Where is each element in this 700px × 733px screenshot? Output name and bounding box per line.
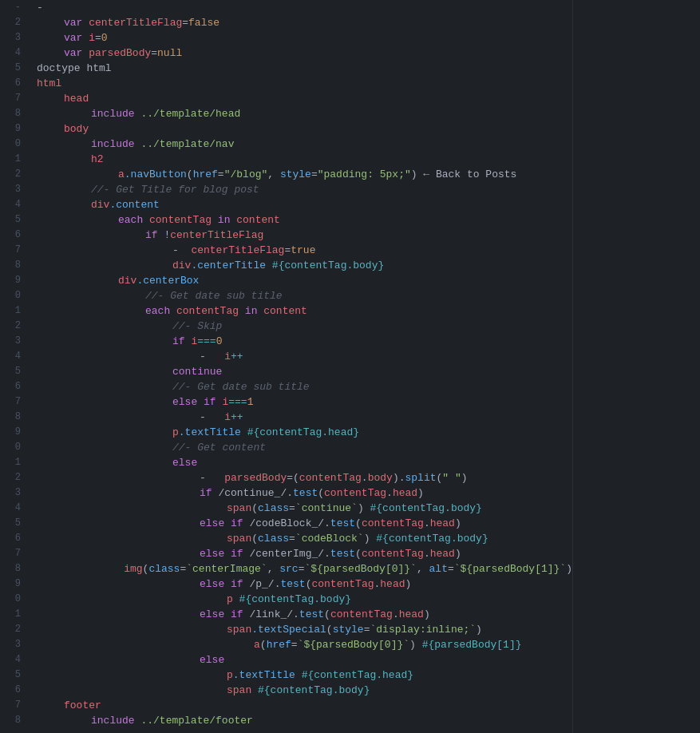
ln-7: 7: [8, 91, 21, 106]
ln-41: 1: [8, 607, 21, 622]
code-line-11: h2: [37, 152, 572, 167]
ln-14: 4: [8, 197, 21, 212]
ln-46: 6: [8, 683, 21, 698]
code-line-3: var i=0: [37, 30, 572, 46]
ln-21: 1: [8, 303, 21, 319]
code-line-21: each contentTag in content: [37, 303, 572, 319]
ln-26: 6: [8, 379, 21, 394]
ln-30: 0: [8, 440, 21, 455]
code-line-29: p.textTitle #{contentTag.head}: [37, 425, 572, 440]
code-line-12: a.navButton(href="/blog", style="padding…: [37, 167, 572, 182]
ln-27: 7: [8, 394, 21, 410]
code-line-35: else if /codeBlock_/.test(contentTag.hea…: [37, 516, 572, 531]
code-line-1: -: [37, 0, 572, 15]
code-line-27: else if i===1: [37, 394, 572, 410]
code-line-33: if /continue_/.test(contentTag.head): [37, 485, 572, 501]
ln-32: 2: [8, 470, 21, 485]
ln-48: 8: [8, 713, 21, 728]
code-line-44: else: [37, 652, 572, 668]
code-line-30: //- Get content: [37, 440, 572, 455]
ln-39: 9: [8, 576, 21, 592]
ln-17: 7: [8, 243, 21, 258]
code-line-28: - i++: [37, 410, 572, 425]
ln-37: 7: [8, 546, 21, 561]
code-line-40: p #{contentTag.body}: [37, 592, 572, 607]
ln-20: 0: [8, 288, 21, 303]
line-numbers: - 2 3 4 5 6 7 8 9 0 1 2 3 4 5 6 7 8 9 0 …: [0, 0, 29, 733]
ln-11: 1: [8, 152, 21, 167]
code-line-10: include ../template/nav: [37, 137, 572, 152]
code-line-8: include ../template/head: [37, 106, 572, 121]
ln-43: 3: [8, 637, 21, 652]
ln-45: 5: [8, 668, 21, 683]
code-line-48: include ../template/footer: [37, 713, 572, 728]
code-line-43: a(href=`${parsedBody[0]}`) #{parsedBody[…: [37, 637, 572, 652]
ln-10: 0: [8, 137, 21, 152]
ln-18: 8: [8, 258, 21, 273]
ln-33: 3: [8, 485, 21, 501]
ln-12: 2: [8, 167, 21, 182]
code-line-20: //- Get date sub title: [37, 288, 572, 303]
code-line-14: div.content: [37, 197, 572, 212]
code-line-15: each contentTag in content: [37, 212, 572, 228]
code-editor: - 2 3 4 5 6 7 8 9 0 1 2 3 4 5 6 7 8 9 0 …: [0, 0, 700, 733]
ln-9: 9: [8, 121, 21, 137]
code-line-26: //- Get date sub title: [37, 379, 572, 394]
code-line-38: img(class=`centerImage`, src=`${parsedBo…: [37, 561, 572, 576]
code-line-19: div.centerBox: [37, 273, 572, 288]
ln-minus: -: [8, 0, 21, 15]
code-line-24: - i++: [37, 349, 572, 364]
ln-28: 8: [8, 410, 21, 425]
code-line-5: doctype html: [37, 61, 572, 76]
ln-8: 8: [8, 106, 21, 121]
ln-47: 7: [8, 698, 21, 713]
code-line-7: head: [37, 91, 572, 106]
ln-22: 2: [8, 319, 21, 334]
ln-42: 2: [8, 622, 21, 637]
code-line-23: if i===0: [37, 334, 572, 349]
ln-16: 6: [8, 228, 21, 243]
code-line-16: if !centerTitleFlag: [37, 228, 572, 243]
code-line-42: span.textSpecial(style=`display:inline;`…: [37, 622, 572, 637]
ln-6: 6: [8, 76, 21, 91]
code-line-18: div.centerTitle #{contentTag.body}: [37, 258, 572, 273]
ln-35: 5: [8, 516, 21, 531]
code-line-25: continue: [37, 364, 572, 379]
ln-38: 8: [8, 561, 21, 576]
code-line-32: - parsedBody=(contentTag.body).split(" "…: [37, 470, 572, 485]
ln-29: 9: [8, 425, 21, 440]
ln-25: 5: [8, 364, 21, 379]
ln-3: 3: [8, 30, 21, 46]
ln-31: 1: [8, 455, 21, 470]
code-line-13: //- Get Title for blog post: [37, 182, 572, 197]
ln-15: 5: [8, 212, 21, 228]
code-line-37: else if /centerImg_/.test(contentTag.hea…: [37, 546, 572, 561]
code-line-6: html: [37, 76, 572, 91]
ln-2: 2: [8, 15, 21, 30]
ln-44: 4: [8, 652, 21, 668]
ln-40: 0: [8, 592, 21, 607]
code-line-45: p.textTitle #{contentTag.head}: [37, 668, 572, 683]
ln-36: 6: [8, 531, 21, 546]
code-line-22: //- Skip: [37, 319, 572, 334]
code-line-39: else if /p_/.test(contentTag.head): [37, 576, 572, 592]
right-panel: [572, 0, 700, 733]
ln-24: 4: [8, 349, 21, 364]
ln-19: 9: [8, 273, 21, 288]
ln-23: 3: [8, 334, 21, 349]
code-line-34: span(class=`continue`) #{contentTag.body…: [37, 501, 572, 516]
code-line-36: span(class=`codeBlock`) #{contentTag.bod…: [37, 531, 572, 546]
ln-34: 4: [8, 501, 21, 516]
code-line-4: var parsedBody=null: [37, 46, 572, 61]
ln-13: 3: [8, 182, 21, 197]
code-line-2: var centerTitleFlag=false: [37, 15, 572, 30]
code-content: - var centerTitleFlag=false var i=0 var …: [29, 0, 572, 733]
code-line-46: span #{contentTag.body}: [37, 683, 572, 698]
ln-4: 4: [8, 46, 21, 61]
ln-5: 5: [8, 61, 21, 76]
code-line-9: body: [37, 121, 572, 137]
code-line-31: else: [37, 455, 572, 470]
code-line-17: - centerTitleFlag=true: [37, 243, 572, 258]
code-line-47: footer: [37, 698, 572, 713]
code-line-41: else if /link_/.test(contentTag.head): [37, 607, 572, 622]
